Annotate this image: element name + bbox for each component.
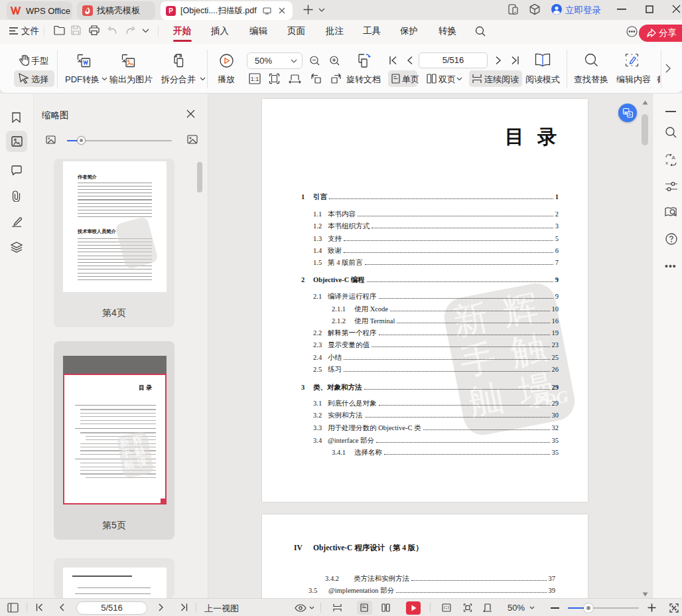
svg-text:A: A xyxy=(672,155,676,161)
svg-text:1:1: 1:1 xyxy=(251,76,259,82)
svg-text:x: x xyxy=(665,160,668,166)
svg-text:P: P xyxy=(169,7,173,15)
